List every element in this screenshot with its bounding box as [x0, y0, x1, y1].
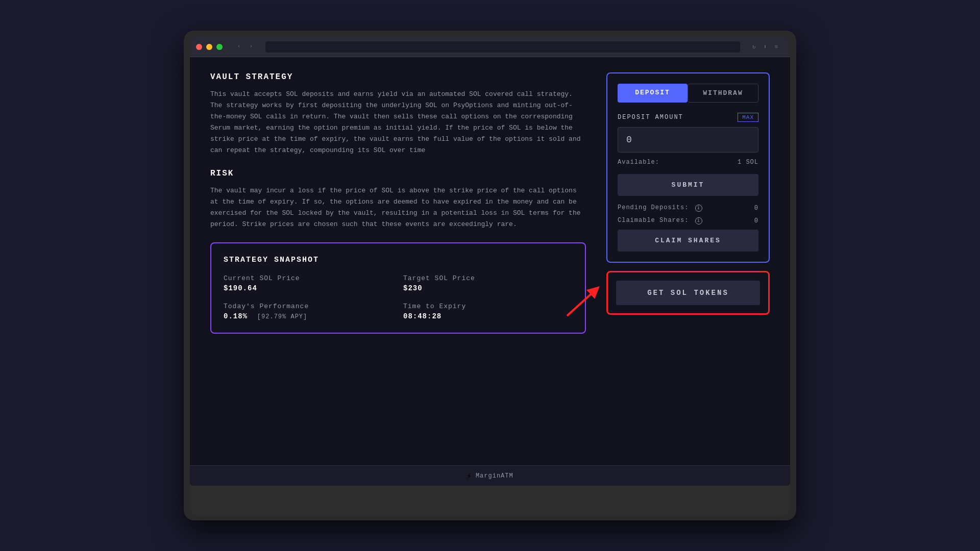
tab-deposit[interactable]: DEPOSIT — [618, 84, 688, 103]
current-sol-label: Current SOL Price — [224, 274, 393, 282]
laptop-bottom — [190, 486, 790, 516]
performance-value: 0.18% [92.79% APY] — [224, 312, 393, 320]
risk-title: RISK — [210, 169, 586, 178]
menu-icon[interactable]: ≡ — [773, 43, 780, 51]
browser-icons: ↻ ⬆ ≡ — [750, 43, 780, 51]
submit-button[interactable]: SUBMIT — [618, 174, 758, 196]
laptop-frame: ‹ › ↻ ⬆ ≡ VAULT STRATEGY This vault acce… — [184, 31, 796, 520]
right-panel: DEPOSIT WITHDRAW DEPOSIT AMOUNT MAX 0 Av… — [606, 72, 770, 470]
forward-button[interactable]: › — [247, 43, 255, 51]
snapshot-title: STRATEGY SNAPSHOT — [224, 256, 573, 264]
vault-strategy-description: This vault accepts SOL deposits and earn… — [210, 89, 586, 157]
left-panel: VAULT STRATEGY This vault accepts SOL de… — [210, 72, 586, 470]
strategy-snapshot-box: STRATEGY SNAPSHOT Current SOL Price $190… — [210, 242, 586, 334]
taskbar: ⚡ MarginATM — [190, 465, 790, 486]
vault-card: DEPOSIT WITHDRAW DEPOSIT AMOUNT MAX 0 Av… — [606, 72, 770, 263]
deposit-amount-label: DEPOSIT AMOUNT — [618, 114, 683, 121]
main-content: VAULT STRATEGY This vault accepts SOL de… — [190, 57, 790, 486]
taskbar-app-name: MarginATM — [476, 472, 513, 480]
traffic-light-red[interactable] — [196, 44, 202, 50]
share-icon[interactable]: ⬆ — [762, 43, 769, 51]
performance-label: Today's Performance — [224, 303, 393, 310]
pending-deposits-info-icon[interactable]: i — [695, 205, 702, 212]
claimable-shares-info-icon[interactable]: i — [695, 217, 702, 224]
laptop-screen: ‹ › ↻ ⬆ ≡ VAULT STRATEGY This vault acce… — [190, 37, 790, 486]
traffic-light-green[interactable] — [216, 44, 223, 50]
max-button[interactable]: MAX — [738, 113, 758, 122]
claimable-shares-value: 0 — [754, 217, 758, 224]
available-value: 1 SOL — [738, 159, 758, 166]
pending-deposits-label: Pending Deposits: i — [618, 204, 702, 212]
current-sol-item: Current SOL Price $190.64 — [224, 274, 393, 292]
arrow-icon — [562, 280, 603, 321]
vault-strategy-title: VAULT STRATEGY — [210, 72, 586, 82]
pending-deposits-row: Pending Deposits: i 0 — [618, 204, 758, 212]
risk-description: The vault may incur a loss if the price … — [210, 185, 586, 230]
address-bar[interactable] — [265, 41, 740, 53]
traffic-light-yellow[interactable] — [206, 44, 212, 50]
browser-nav: ‹ › — [235, 43, 255, 51]
target-sol-value: $230 — [403, 284, 573, 292]
browser-bar: ‹ › ↻ ⬆ ≡ — [190, 37, 790, 57]
arrow-annotation — [562, 280, 603, 323]
deposit-withdraw-tabs: DEPOSIT WITHDRAW — [618, 84, 758, 103]
claimable-shares-row: Claimable Shares: i 0 — [618, 217, 758, 224]
target-sol-label: Target SOL Price — [403, 274, 573, 282]
current-sol-value: $190.64 — [224, 284, 393, 292]
taskbar-logo: ⚡ — [467, 471, 472, 481]
available-label: Available: — [618, 159, 659, 166]
target-sol-item: Target SOL Price $230 — [403, 274, 573, 292]
expiry-value: 08:48:28 — [403, 312, 573, 320]
performance-item: Today's Performance 0.18% [92.79% APY] — [224, 303, 393, 320]
claimable-shares-label: Claimable Shares: i — [618, 217, 702, 224]
claim-shares-button[interactable]: CLAIM SHARES — [618, 230, 758, 252]
expiry-item: Time to Expiry 08:48:28 — [403, 303, 573, 320]
expiry-label: Time to Expiry — [403, 303, 573, 310]
get-sol-container: GET SOL TOKENS — [606, 271, 770, 315]
tab-withdraw[interactable]: WITHDRAW — [688, 84, 758, 103]
get-sol-button[interactable]: GET SOL TOKENS — [616, 281, 760, 305]
pending-deposits-value: 0 — [754, 205, 758, 212]
reload-icon[interactable]: ↻ — [750, 43, 757, 51]
back-button[interactable]: ‹ — [235, 43, 243, 51]
deposit-label-row: DEPOSIT AMOUNT MAX — [618, 113, 758, 122]
available-row: Available: 1 SOL — [618, 159, 758, 166]
amount-input[interactable]: 0 — [618, 127, 758, 153]
snapshot-grid: Current SOL Price $190.64 Target SOL Pri… — [224, 274, 573, 320]
svg-line-0 — [567, 290, 595, 316]
browser-content: VAULT STRATEGY This vault accepts SOL de… — [190, 57, 790, 486]
